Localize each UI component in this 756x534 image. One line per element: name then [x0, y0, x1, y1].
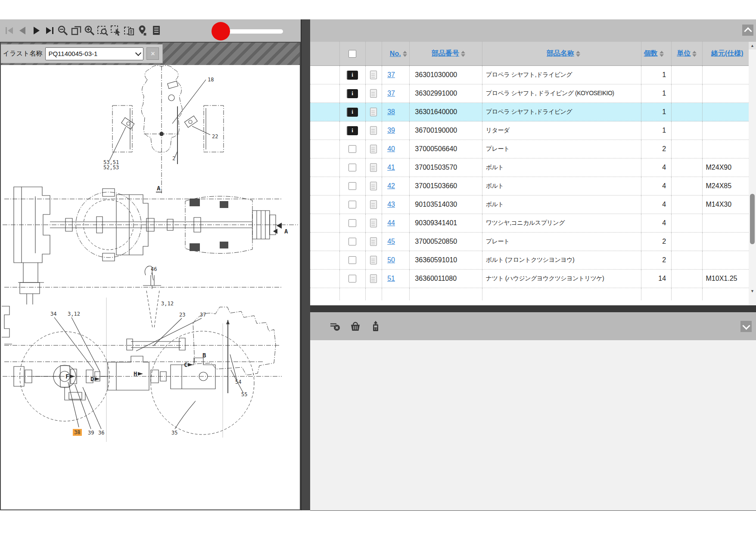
- drawing-label[interactable]: 38: [74, 429, 80, 435]
- memo-icon[interactable]: [370, 108, 377, 116]
- memo-icon[interactable]: [370, 237, 377, 246]
- part-no-link[interactable]: 42: [387, 182, 395, 190]
- drawing-label[interactable]: H: [134, 370, 137, 377]
- table-row[interactable]: i3736302991000プロペラ シヤフト, ドライビング (KOYOSEI…: [310, 84, 749, 103]
- drawing-label[interactable]: 3,12: [68, 311, 80, 317]
- row-checkbox[interactable]: [348, 219, 356, 227]
- part-no-link[interactable]: 50: [387, 256, 395, 264]
- illustration-canvas[interactable]: 182253,5152,532AA463,12343,122337BCHDF54…: [1, 65, 300, 509]
- go-first-button[interactable]: [3, 22, 16, 39]
- drawing-label[interactable]: 55: [241, 391, 247, 397]
- send-to-device-button[interactable]: [369, 318, 382, 335]
- info-icon[interactable]: i: [347, 89, 358, 98]
- table-row[interactable]: 5036360591010ボルト (フロントクツシヨンヨウ)2: [310, 251, 749, 270]
- memo-icon[interactable]: [370, 89, 377, 98]
- header-part-name[interactable]: 部品名称: [482, 42, 641, 65]
- info-icon[interactable]: i: [347, 108, 358, 117]
- drawing-label[interactable]: A: [157, 185, 161, 192]
- memo-icon[interactable]: [370, 219, 377, 227]
- table-row[interactable]: i3736301030000プロペラ シヤフト,ドライビング1: [310, 66, 749, 84]
- close-illustration-button[interactable]: ×: [146, 47, 159, 60]
- select-area-button[interactable]: [109, 22, 123, 39]
- drawing-label[interactable]: 18: [208, 77, 214, 83]
- row-checkbox[interactable]: [348, 256, 356, 264]
- zoom-in-button[interactable]: [83, 22, 96, 39]
- part-no-link[interactable]: 45: [387, 238, 395, 245]
- header-no[interactable]: No.: [382, 42, 409, 65]
- memo-icon[interactable]: [370, 182, 377, 190]
- info-icon[interactable]: i: [347, 126, 358, 135]
- drawing-label[interactable]: 36: [98, 430, 104, 436]
- zoom-area-button[interactable]: [96, 22, 109, 39]
- go-previous-button[interactable]: [16, 22, 29, 39]
- zoom-out-button[interactable]: [56, 22, 69, 39]
- row-checkbox[interactable]: [348, 182, 356, 190]
- memo-icon[interactable]: [370, 145, 377, 153]
- sort-icon[interactable]: [692, 51, 697, 57]
- drawing-label[interactable]: D: [90, 376, 94, 382]
- collapse-table-button[interactable]: [742, 25, 753, 36]
- memo-icon[interactable]: [370, 71, 377, 79]
- add-to-basket-button[interactable]: [348, 318, 362, 335]
- clear-selection-button[interactable]: [328, 318, 342, 335]
- drawing-label[interactable]: 35: [171, 430, 177, 436]
- memo-icon[interactable]: [370, 274, 377, 283]
- memo-icon[interactable]: [370, 126, 377, 135]
- collapse-detail-button[interactable]: [740, 321, 752, 332]
- memo-icon[interactable]: [370, 256, 377, 264]
- row-checkbox[interactable]: [348, 164, 356, 171]
- zoom-slider-handle[interactable]: [212, 22, 230, 40]
- part-no-link[interactable]: 44: [387, 219, 395, 227]
- drawing-label[interactable]: 39: [88, 430, 94, 436]
- part-no-link[interactable]: 37: [387, 90, 395, 97]
- header-unit[interactable]: 単位: [671, 42, 702, 65]
- memo-icon[interactable]: [370, 163, 377, 172]
- drawing-label[interactable]: 34: [50, 311, 56, 317]
- table-row[interactable]: 4390103514030ボルト4M14X30: [310, 196, 749, 214]
- drawing-label[interactable]: 3,12: [161, 301, 174, 307]
- table-row[interactable]: 5136360011080ナツト (ハウジングヨウクツシヨントリツケ)14M10…: [310, 270, 749, 288]
- part-no-link[interactable]: 37: [387, 71, 395, 79]
- drawing-label[interactable]: A: [284, 228, 288, 235]
- part-no-link[interactable]: 39: [387, 127, 395, 134]
- drawing-label[interactable]: F: [65, 373, 69, 380]
- select-all-checkbox[interactable]: [348, 50, 356, 58]
- header-spec[interactable]: 緒元(仕様): [702, 42, 749, 65]
- table-row[interactable]: 4490309341401ワツシヤ,コニカルスプリング4: [310, 214, 749, 233]
- sort-icon[interactable]: [461, 51, 465, 57]
- fit-page-button[interactable]: [69, 22, 83, 39]
- header-quantity[interactable]: 個数: [641, 42, 671, 65]
- part-no-link[interactable]: 38: [387, 108, 395, 116]
- scroll-down-button[interactable]: ▼: [749, 287, 756, 295]
- drawing-label[interactable]: 2: [172, 155, 175, 161]
- table-row[interactable]: 4537000520850プレート2: [310, 233, 749, 251]
- part-no-link[interactable]: 41: [387, 164, 395, 171]
- info-icon[interactable]: i: [347, 71, 358, 80]
- vertical-scroll-thumb[interactable]: [750, 194, 755, 244]
- part-no-link[interactable]: 51: [387, 275, 395, 283]
- table-row[interactable]: 4137001503570ボルト4M24X90: [310, 158, 749, 177]
- row-checkbox[interactable]: [348, 145, 356, 153]
- go-last-button[interactable]: [43, 22, 56, 39]
- copy-region-button[interactable]: [123, 22, 136, 39]
- table-row[interactable]: i3936700190000リターダ1: [310, 121, 749, 140]
- drawing-label[interactable]: B: [202, 352, 206, 359]
- drawing-label[interactable]: 46: [151, 266, 157, 272]
- table-row[interactable]: i3836301640000プロペラ シヤフト,ドライビング1: [310, 103, 749, 121]
- panel-divider[interactable]: [301, 19, 310, 510]
- drawing-label[interactable]: 37: [200, 312, 206, 318]
- drawing-label[interactable]: 22: [212, 134, 218, 140]
- locate-part-button[interactable]: [136, 22, 149, 39]
- table-row[interactable]: 4037000506640プレート2: [310, 140, 749, 158]
- row-checkbox[interactable]: [348, 238, 356, 245]
- table-row[interactable]: 4237001503660ボルト4M24X85: [310, 177, 749, 196]
- scroll-up-button[interactable]: ▲: [749, 42, 756, 50]
- row-checkbox[interactable]: [348, 275, 356, 283]
- memo-icon[interactable]: [370, 200, 377, 209]
- part-no-link[interactable]: 43: [387, 201, 395, 208]
- sort-icon[interactable]: [576, 51, 580, 57]
- go-next-button[interactable]: [29, 22, 43, 39]
- sort-icon[interactable]: [403, 51, 407, 57]
- row-checkbox[interactable]: [348, 201, 356, 208]
- part-no-link[interactable]: 40: [387, 145, 395, 153]
